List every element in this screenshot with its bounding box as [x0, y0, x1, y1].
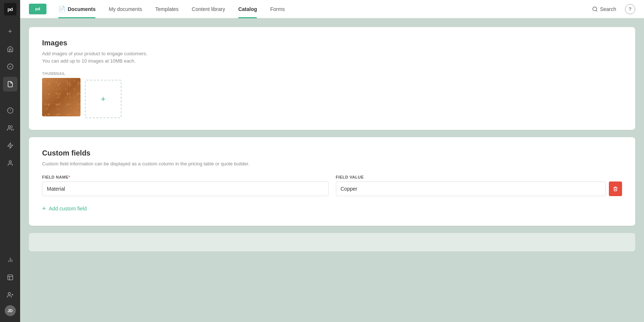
images-description: Add images of your product to engage cus… [42, 50, 622, 64]
field-name-group: FIELD NAME* [42, 175, 329, 196]
svg-point-13 [8, 292, 10, 295]
tab-forms-label: Forms [270, 6, 285, 12]
tab-documents[interactable]: 📄 Documents [52, 0, 101, 18]
thumbnail-container: THUMBNAIL [42, 72, 80, 116]
user-avatar[interactable]: JD [5, 305, 16, 316]
add-image-button[interactable]: + [85, 80, 121, 118]
svg-point-4 [8, 126, 10, 128]
field-name-label-text: FIELD NAME [42, 175, 68, 179]
search-icon [592, 6, 598, 12]
field-value-row [336, 181, 622, 196]
tab-my-documents-label: My documents [109, 6, 142, 12]
field-name-required: * [68, 175, 70, 179]
images-card: Images Add images of your product to eng… [29, 27, 635, 130]
help-button[interactable]: ? [625, 4, 635, 14]
sidebar-item-billing[interactable] [3, 103, 18, 118]
tab-catalog[interactable]: Catalog [232, 0, 263, 18]
add-custom-field-button[interactable]: + Add custom field [42, 203, 87, 214]
sidebar-item-reports[interactable] [3, 252, 18, 267]
delete-field-button[interactable] [609, 181, 622, 196]
sidebar-item-people[interactable] [3, 156, 18, 171]
tab-my-documents[interactable]: My documents [103, 0, 148, 18]
images-desc-line1: Add images of your product to engage cus… [42, 51, 147, 56]
sidebar-item-documents[interactable] [3, 77, 18, 91]
search-label: Search [600, 6, 616, 12]
svg-point-16 [593, 7, 597, 11]
sidebar-bottom-icons: JD [3, 252, 18, 316]
trash-icon [613, 186, 618, 191]
tab-content-library-label: Content library [192, 6, 225, 12]
tab-documents-label: Documents [68, 6, 96, 12]
tab-templates-label: Templates [155, 6, 179, 12]
sidebar-item-home[interactable] [3, 42, 18, 56]
sidebar-item-tasks[interactable] [3, 59, 18, 74]
tab-forms[interactable]: Forms [264, 0, 291, 18]
svg-marker-5 [8, 143, 13, 149]
logo-text: pd [8, 7, 13, 12]
images-title: Images [42, 39, 622, 47]
help-label: ? [629, 6, 632, 12]
sidebar-item-templates[interactable] [3, 270, 18, 285]
sidebar-item-automation[interactable] [3, 138, 18, 153]
sidebar-item-add[interactable]: + [3, 24, 18, 39]
content-area: Images Add images of your product to eng… [20, 18, 644, 322]
field-value-input[interactable] [336, 181, 606, 196]
svg-rect-10 [8, 275, 13, 280]
field-value-label: FIELD VALUE [336, 175, 622, 179]
nav-logo-text: pd [35, 7, 40, 11]
tab-catalog-label: Catalog [238, 6, 257, 12]
copper-pipes-graphic [42, 78, 80, 116]
thumbnail-image[interactable] [42, 78, 80, 116]
app-logo[interactable]: pd [0, 0, 20, 18]
add-field-label: Add custom field [49, 206, 87, 211]
documents-icon: 📄 [58, 5, 65, 12]
search-button[interactable]: Search [588, 4, 621, 14]
sidebar-item-user-settings[interactable] [3, 288, 18, 302]
main-area: pd 📄 Documents My documents Templates Co… [20, 0, 644, 322]
thumbnail-label: THUMBNAIL [42, 72, 80, 76]
images-row: THUMBNAIL + [42, 72, 622, 118]
svg-point-6 [9, 161, 11, 163]
sidebar-nav-icons: + [3, 24, 18, 252]
top-navigation: pd 📄 Documents My documents Templates Co… [20, 0, 644, 18]
sidebar-item-contacts[interactable] [3, 121, 18, 135]
left-sidebar: pd + [0, 0, 20, 322]
custom-fields-card: Custom fields Custom field information c… [29, 137, 635, 226]
svg-line-17 [596, 10, 597, 11]
custom-fields-title: Custom fields [42, 149, 622, 157]
tab-templates[interactable]: Templates [149, 0, 184, 18]
logo-box: pd [4, 3, 16, 15]
field-name-input[interactable] [42, 181, 329, 196]
field-name-label: FIELD NAME* [42, 175, 329, 179]
add-field-plus-icon: + [42, 205, 46, 213]
bottom-card [29, 233, 635, 251]
images-desc-line2: You can add up to 10 images at 10MB each… [42, 58, 135, 64]
nav-logo: pd [29, 4, 46, 15]
custom-fields-row: FIELD NAME* FIELD VALUE [42, 175, 622, 196]
field-value-group: FIELD VALUE [336, 175, 622, 196]
tab-content-library[interactable]: Content library [186, 0, 231, 18]
add-image-plus-icon: + [101, 94, 106, 104]
custom-fields-description: Custom field information can be displaye… [42, 160, 622, 168]
